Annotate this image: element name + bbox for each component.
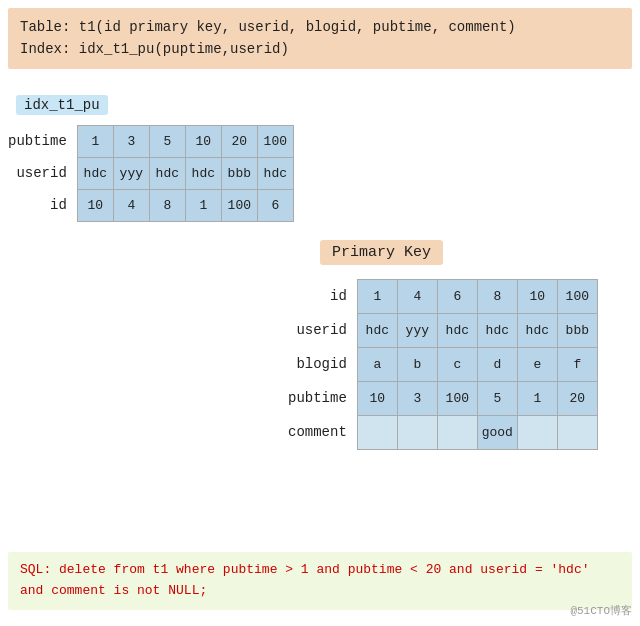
pk-cell: f [557,347,597,381]
pk-cell: hdc [437,313,477,347]
index-cell: bbb [221,157,257,189]
pk-cell: good [477,415,517,449]
pk-cell: c [437,347,477,381]
index-label: idx_t1_pu [16,95,108,115]
index-cell: 10 [185,125,221,157]
pk-cell: 10 [357,381,397,415]
pk-cell: hdc [477,313,517,347]
index-cell: 20 [221,125,257,157]
pk-cell: a [357,347,397,381]
index-table-container: pubtime userid id 1351020100hdcyyyhdchdc… [8,125,294,222]
pk-row-label-blogid: blogid [288,347,357,381]
top-section: Table: t1(id primary key, userid, blogid… [8,8,632,69]
pk-row-label-pubtime: pubtime [288,381,357,415]
pk-cell: 10 [517,279,557,313]
pk-cell: hdc [517,313,557,347]
index-cell: 100 [257,125,293,157]
pk-row-label-comment: comment [288,415,357,449]
pk-cell: bbb [557,313,597,347]
sql-section: SQL: delete from t1 where pubtime > 1 an… [8,552,632,610]
pk-table-container: id userid blogid pubtime comment 1468101… [288,279,632,450]
pk-row-label-id: id [288,279,357,313]
pk-cell: d [477,347,517,381]
index-cell: 4 [113,189,149,221]
pk-cell: 8 [477,279,517,313]
index-cell: hdc [185,157,221,189]
index-cell: yyy [113,157,149,189]
pk-cell: 20 [557,381,597,415]
index-cell: 1 [77,125,113,157]
primary-key-label: Primary Key [320,240,443,265]
index-line: Index: idx_t1_pu(puptime,userid) [20,38,620,60]
index-cell: 6 [257,189,293,221]
pk-row-label-userid: userid [288,313,357,347]
pk-cell [437,415,477,449]
index-cell: 100 [221,189,257,221]
index-cell: 10 [77,189,113,221]
pk-cell: 1 [357,279,397,313]
pk-cell: 4 [397,279,437,313]
pk-cell: 3 [397,381,437,415]
pk-cell [517,415,557,449]
table-line: Table: t1(id primary key, userid, blogid… [20,16,620,38]
primary-key-section: id userid blogid pubtime comment 1468101… [8,279,632,450]
index-row-label-pubtime: pubtime [8,125,77,157]
index-row-label-userid: userid [8,157,77,189]
pk-cell [357,415,397,449]
index-cell: hdc [149,157,185,189]
index-cell: hdc [257,157,293,189]
index-cell: 1 [185,189,221,221]
pk-cell: 1 [517,381,557,415]
index-cell: 3 [113,125,149,157]
watermark: @51CTO博客 [570,603,632,618]
pk-cell: 6 [437,279,477,313]
index-cell: 8 [149,189,185,221]
pk-cell: hdc [357,313,397,347]
pk-cell: 5 [477,381,517,415]
index-cell: hdc [77,157,113,189]
index-grid: 1351020100hdcyyyhdchdcbbbhdc104811006 [77,125,294,222]
sql-text: SQL: delete from t1 where pubtime > 1 an… [20,560,620,602]
pk-row-labels: id userid blogid pubtime comment [288,279,357,449]
pk-cell: b [397,347,437,381]
pk-cell: yyy [397,313,437,347]
pk-cell [557,415,597,449]
pk-grid: 146810100hdcyyyhdchdchdcbbbabcdef1031005… [357,279,598,450]
index-row-label-id: id [8,189,77,221]
pk-cell: 100 [437,381,477,415]
pk-cell: e [517,347,557,381]
pk-cell: 100 [557,279,597,313]
index-section: idx_t1_pu pubtime userid id 1351020100hd… [8,77,632,222]
index-row-labels: pubtime userid id [8,125,77,221]
index-cell: 5 [149,125,185,157]
pk-cell [397,415,437,449]
